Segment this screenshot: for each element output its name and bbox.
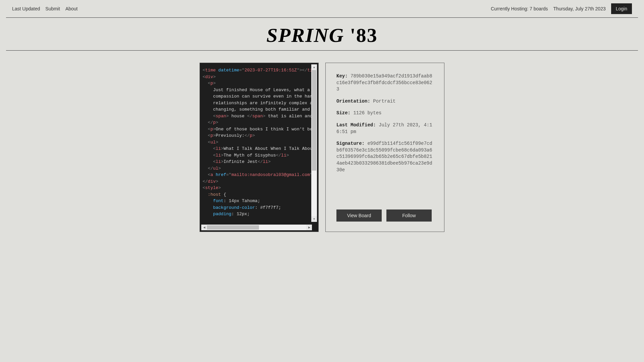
current-date: Thursday, July 27th 2023 [553, 6, 606, 11]
vertical-scrollbar[interactable]: ▲ ▼ [311, 64, 317, 222]
info-panel: Key: 789b030e15a949acf2d1913dfaab8c16e3f… [325, 63, 444, 232]
info-orientation: Orientation: Portrait [336, 98, 433, 105]
scroll-right-icon[interactable]: ▶ [306, 225, 312, 230]
header-nav-right: Currently Hosting: 7 boards Thursday, Ju… [491, 3, 632, 14]
follow-button[interactable]: Follow [386, 209, 432, 222]
hosting-status: Currently Hosting: 7 boards [491, 6, 548, 11]
title-section: SPRING '83 [6, 18, 638, 51]
scroll-h-thumb[interactable] [207, 225, 259, 230]
page-title: SPRING '83 [6, 24, 638, 47]
info-modified: Last Modified: July 27th 2023, 4:16:51 p… [336, 122, 433, 135]
scroll-up-icon[interactable]: ▲ [311, 64, 317, 70]
size-value: 1126 bytes [353, 110, 381, 116]
nav-about[interactable]: About [65, 6, 78, 11]
signature-label: Signature: [336, 141, 365, 146]
code-content: <time datetime="2023-07-27T19:16:51Z"></… [201, 64, 317, 220]
nav-last-updated[interactable]: Last Updated [12, 6, 40, 11]
size-label: Size: [336, 110, 351, 116]
code-panel: <time datetime="2023-07-27T19:16:51Z"></… [200, 63, 319, 232]
header: Last Updated Submit About Currently Host… [6, 0, 638, 18]
code-inner[interactable]: <time datetime="2023-07-27T19:16:51Z"></… [201, 64, 317, 222]
scroll-v-thumb[interactable] [312, 70, 316, 171]
orientation-value: Portrait [373, 99, 395, 104]
scroll-left-icon[interactable]: ◀ [201, 225, 207, 230]
nav-submit[interactable]: Submit [45, 6, 60, 11]
view-board-button[interactable]: View Board [336, 209, 382, 222]
title-spring: SPRING [266, 24, 344, 46]
header-nav-left: Last Updated Submit About [12, 6, 77, 11]
scroll-down-icon[interactable]: ▼ [311, 216, 317, 222]
title-year: '83 [344, 24, 378, 46]
login-button[interactable]: Login [611, 3, 632, 14]
info-size: Size: 1126 bytes [336, 110, 433, 117]
info-buttons: View Board Follow [336, 209, 433, 222]
info-key: Key: 789b030e15a949acf2d1913dfaab8c16e3f… [336, 73, 433, 93]
key-label: Key: [336, 73, 348, 79]
info-signature: Signature: e99df1b114f1c561f09e7cdb6f035… [336, 140, 433, 173]
horizontal-scrollbar[interactable]: ◀ ▶ [201, 225, 312, 230]
key-value: 789b030e15a949acf2d1913dfaab8c16e3f09fec… [336, 73, 432, 92]
info-content: Key: 789b030e15a949acf2d1913dfaab8c16e3f… [336, 73, 433, 179]
orientation-label: Orientation: [336, 99, 370, 104]
main-content: <time datetime="2023-07-27T19:16:51Z"></… [0, 51, 644, 232]
modified-label: Last Modified: [336, 122, 376, 128]
